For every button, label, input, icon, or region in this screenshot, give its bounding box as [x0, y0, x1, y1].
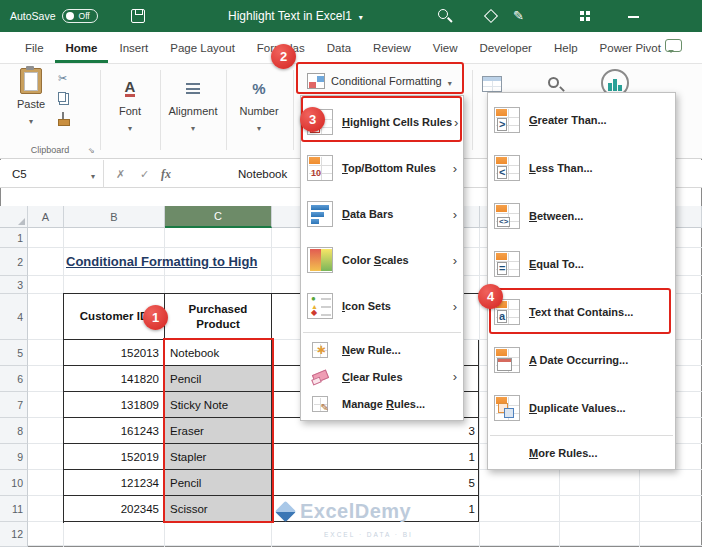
diamond-icon[interactable]	[484, 9, 498, 23]
cell-B6[interactable]: 141820	[64, 366, 165, 392]
autosave-control[interactable]: AutoSave Off	[10, 0, 98, 32]
cell-C10[interactable]: Pencil	[165, 470, 272, 496]
tab-help[interactable]: Help	[543, 32, 589, 63]
row-header-10[interactable]: 10	[0, 470, 28, 496]
column-header-b[interactable]: B	[64, 206, 165, 228]
cell-C7[interactable]: Sticky Note	[165, 392, 272, 418]
comment-icon[interactable]	[665, 39, 682, 52]
cell-D9[interactable]: 1	[272, 444, 479, 470]
row-header-3[interactable]: 3	[0, 276, 28, 294]
row-header-5[interactable]: 5	[0, 340, 28, 366]
menu-separator	[490, 435, 673, 436]
step-badge-1: 1	[143, 305, 168, 330]
tab-developer[interactable]: Developer	[469, 32, 543, 63]
data-bars-icon	[307, 201, 333, 227]
submenu-item-between[interactable]: Between...	[488, 192, 675, 240]
tab-page-layout[interactable]: Page Layout	[159, 32, 246, 63]
cell-D10[interactable]: 5	[272, 470, 479, 496]
autosave-state: Off	[79, 11, 90, 21]
cancel-icon[interactable]	[116, 160, 125, 188]
conditional-formatting-button[interactable]: Conditional Formatting	[302, 68, 457, 94]
row-header-4[interactable]: 4	[0, 294, 28, 340]
apps-grid-icon[interactable]	[580, 11, 590, 21]
cell-C6[interactable]: Pencil	[165, 366, 272, 392]
name-box[interactable]: C5	[0, 160, 104, 188]
top-bottom-rules-icon	[307, 155, 333, 181]
autosave-toggle[interactable]: Off	[62, 9, 98, 23]
menu-separator	[303, 332, 461, 333]
tab-view[interactable]: View	[422, 32, 469, 63]
chevron-down-icon	[227, 117, 291, 135]
cell-D8[interactable]: 3	[272, 418, 479, 444]
row-header-12[interactable]: 12	[0, 522, 28, 547]
submenu-item-text-that-contains[interactable]: Text that Contains...	[488, 288, 675, 336]
submenu-item-a-date-occurring[interactable]: A Date Occurring...	[488, 336, 675, 384]
clipboard-icon	[20, 68, 42, 94]
find-icon[interactable]	[548, 77, 559, 88]
number-group-button[interactable]: Number	[227, 72, 291, 135]
row-header-6[interactable]: 6	[0, 366, 28, 392]
menu-item-top-bottom-rules[interactable]: Top/Bottom Rules	[301, 145, 463, 191]
minimize-button[interactable]	[628, 16, 639, 18]
submenu-item-label: More Rules...	[529, 447, 669, 459]
cell-B11[interactable]: 202345	[64, 496, 165, 522]
menu-item-color-scales[interactable]: Color Scales	[301, 237, 463, 283]
cell-B5[interactable]: 152013	[64, 340, 165, 366]
tab-file[interactable]: File	[14, 32, 55, 63]
row-header-1[interactable]: 1	[0, 228, 28, 248]
row-header-2[interactable]: 2	[0, 248, 28, 276]
cell-B7[interactable]: 131809	[64, 392, 165, 418]
cell-B9[interactable]: 152019	[64, 444, 165, 470]
copy-icon[interactable]	[58, 92, 66, 102]
conditional-formatting-icon	[307, 73, 325, 89]
column-header-c[interactable]: C	[165, 206, 272, 228]
format-painter-icon[interactable]	[58, 112, 68, 124]
cell-C8[interactable]: Eraser	[165, 418, 272, 444]
enter-icon[interactable]	[140, 160, 149, 188]
cell-B10[interactable]: 121234	[64, 470, 165, 496]
watermark-tagline: EXCEL · DATA · BI	[324, 531, 413, 538]
menu-item-label: Color Scales	[342, 254, 451, 266]
menu-item-highlight-cells-rules[interactable]: Highlight Cells Rules	[301, 99, 463, 145]
menu-item-icon-sets[interactable]: Icon Sets	[301, 283, 463, 329]
submenu-item-less-than[interactable]: Less Than...	[488, 144, 675, 192]
tab-data[interactable]: Data	[316, 32, 362, 63]
cell-C9[interactable]: Stapler	[165, 444, 272, 470]
row-header-11[interactable]: 11	[0, 496, 28, 522]
clear-rules-icon	[312, 369, 328, 385]
submenu-item-more-rules[interactable]: More Rules...	[488, 439, 675, 466]
format-as-table-icon[interactable]	[482, 76, 502, 92]
save-icon[interactable]	[131, 9, 145, 23]
tab-review[interactable]: Review	[362, 32, 422, 63]
window-title[interactable]: Highlight Text in Excel1	[228, 0, 363, 32]
row-header-9[interactable]: 9	[0, 444, 28, 470]
tab-home[interactable]: Home	[55, 32, 109, 63]
row-header-8[interactable]: 8	[0, 418, 28, 444]
search-icon[interactable]	[438, 9, 448, 19]
cell-C5-active[interactable]: Notebook	[165, 340, 272, 366]
column-header-a[interactable]: A	[28, 206, 64, 228]
row-header-7[interactable]: 7	[0, 392, 28, 418]
tab-power-pivot[interactable]: Power Pivot	[589, 32, 672, 63]
menu-item-clear-rules[interactable]: Clear Rules	[301, 363, 463, 390]
dialog-launcher-icon[interactable]	[88, 146, 95, 155]
font-group-button[interactable]: Font	[100, 72, 160, 135]
paste-button[interactable]: Paste	[10, 68, 52, 148]
pencil-icon[interactable]	[513, 8, 524, 23]
tab-insert[interactable]: Insert	[108, 32, 159, 63]
menu-item-new-rule[interactable]: New Rule...	[301, 336, 463, 363]
menu-item-manage-rules[interactable]: Manage Rules...	[301, 390, 463, 417]
select-all-corner[interactable]	[0, 206, 28, 228]
alignment-group-button[interactable]: Alignment	[161, 72, 225, 135]
submenu-item-equal-to[interactable]: Equal To...	[488, 240, 675, 288]
insert-function-icon[interactable]	[161, 160, 171, 188]
cut-icon[interactable]	[58, 72, 67, 85]
cell-product-header[interactable]: Purchased Product	[165, 294, 272, 340]
cell-C11[interactable]: Scissor	[165, 496, 272, 522]
formula-content[interactable]: Notebook	[238, 160, 287, 188]
submenu-item-duplicate-values[interactable]: Duplicate Values...	[488, 384, 675, 432]
gridline	[28, 545, 702, 546]
submenu-item-greater-than[interactable]: Greater Than...	[488, 96, 675, 144]
menu-item-data-bars[interactable]: Data Bars	[301, 191, 463, 237]
cell-B8[interactable]: 161243	[64, 418, 165, 444]
